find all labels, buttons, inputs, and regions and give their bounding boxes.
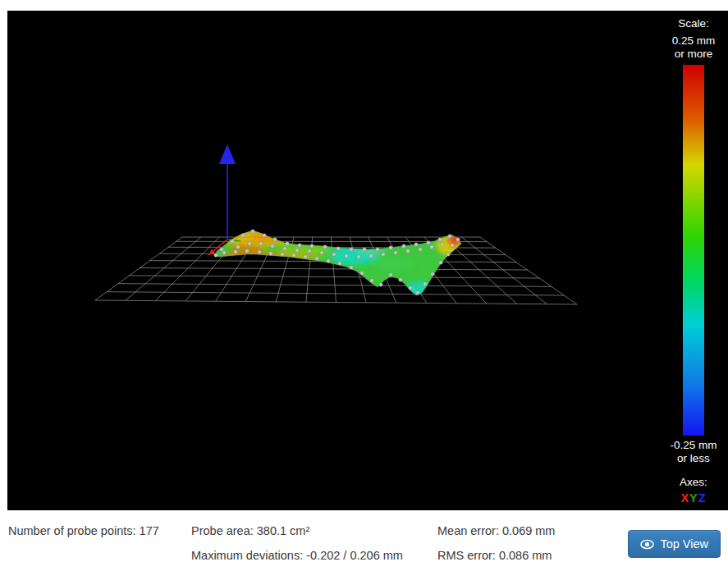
axes-label: Axes: [661, 476, 726, 489]
y-axis-letter: Y [689, 491, 698, 505]
probe-results-page: Scale: 0.25 mm or more -0.25 mm or less … [0, 0, 728, 571]
scale-panel: Scale: 0.25 mm or more -0.25 mm or less … [661, 17, 726, 505]
x-axis-letter: X [680, 491, 689, 505]
z-axis-letter: Z [698, 491, 707, 505]
scale-max-label: 0.25 mm or more [661, 34, 726, 61]
color-scale-bar [683, 65, 704, 436]
scale-min-label: -0.25 mm or less [661, 439, 726, 465]
probe-mesh-3d-scene [7, 11, 728, 510]
stat-probe-points: Number of probe points: 177 [8, 524, 159, 537]
top-view-label: Top View [660, 537, 708, 550]
3d-viewport[interactable]: Scale: 0.25 mm or more -0.25 mm or less … [7, 11, 728, 510]
top-view-button[interactable]: Top View [628, 530, 721, 558]
stat-max-deviations: Maximum deviations: -0.202 / 0.206 mm [191, 549, 403, 562]
scale-label: Scale: [661, 17, 726, 30]
eye-icon [640, 539, 654, 550]
axes-xyz-legend: XYZ [661, 491, 726, 505]
stat-probe-area: Probe area: 380.1 cm² [191, 524, 309, 537]
stat-rms-error: RMS error: 0.086 mm [437, 549, 552, 562]
stat-mean-error: Mean error: 0.069 mm [437, 524, 555, 537]
